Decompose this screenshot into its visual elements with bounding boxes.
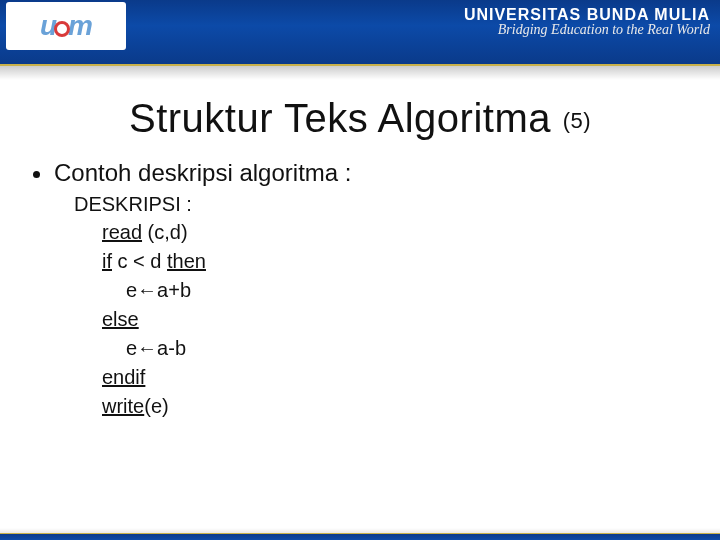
code-keyword: endif <box>102 366 145 388</box>
university-tagline: Bridging Education to the Real World <box>464 22 710 38</box>
code-line: read (c,d) <box>102 218 690 247</box>
code-keyword: if <box>102 250 112 272</box>
pseudocode-block: read (c,d) if c < d then e←a+b else e←a-… <box>102 218 690 421</box>
code-keyword: write <box>102 395 144 417</box>
code-line: endif <box>102 363 690 392</box>
title-number: (5) <box>563 108 591 133</box>
logo-letter: m <box>68 10 92 41</box>
code-text: c < d <box>112 250 167 272</box>
code-keyword: else <box>102 308 139 330</box>
code-line: e←a+b <box>102 276 690 305</box>
logo-text: um <box>40 10 92 42</box>
code-line: e←a-b <box>102 334 690 363</box>
logo-letter-b-ring <box>54 21 70 37</box>
code-text: (e) <box>144 395 168 417</box>
deskripsi-label: DESKRIPSI : <box>74 193 690 216</box>
slide-content: Struktur Teks Algoritma (5) Contoh deskr… <box>0 80 720 421</box>
code-keyword: read <box>102 221 142 243</box>
title-text: Struktur Teks Algoritma <box>129 96 551 140</box>
code-text: (c,d) <box>142 221 188 243</box>
bullet-list: Contoh deskripsi algoritma : <box>30 159 690 187</box>
code-line: if c < d then <box>102 247 690 276</box>
university-block: UNIVERSITAS BUNDA MULIA Bridging Educati… <box>464 6 710 38</box>
code-line: write(e) <box>102 392 690 421</box>
bullet-item: Contoh deskripsi algoritma : <box>54 159 690 187</box>
code-keyword: then <box>167 250 206 272</box>
slide-title: Struktur Teks Algoritma (5) <box>30 96 690 141</box>
header-shadow <box>0 66 720 80</box>
slide-footer-bar <box>0 528 720 540</box>
code-line: else <box>102 305 690 334</box>
slide-header: um UNIVERSITAS BUNDA MULIA Bridging Educ… <box>0 0 720 66</box>
logo: um <box>6 2 126 50</box>
